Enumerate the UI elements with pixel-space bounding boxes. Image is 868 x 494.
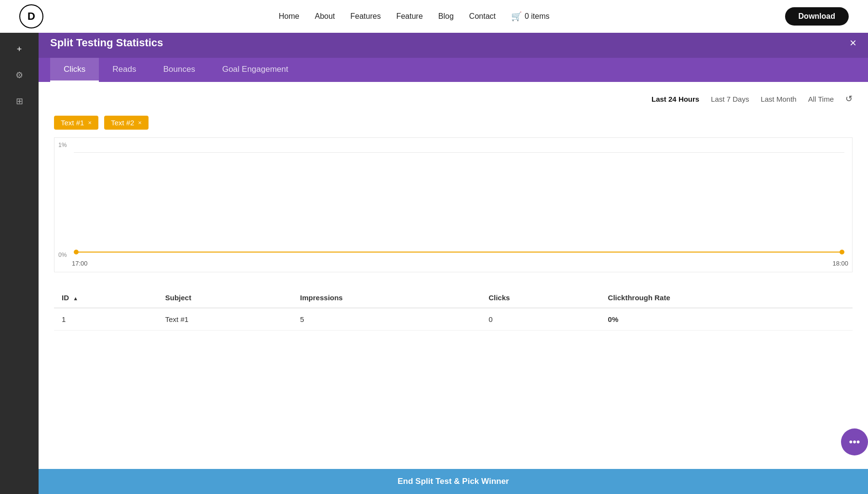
table-row: 1 Text #1 5 0 0% xyxy=(54,308,853,331)
table-header-row: ID ▲ Subject Impressions Clicks Clickthr… xyxy=(54,288,853,308)
filter-last-24h[interactable]: Last 24 Hours xyxy=(651,95,699,103)
tag-text1-close[interactable]: × xyxy=(88,119,92,126)
chart-y-bottom-label: 0% xyxy=(58,252,67,258)
chart-dot-right xyxy=(840,250,844,254)
col-ctr: Clickthrough Rate xyxy=(600,288,853,308)
cell-clicks: 0 xyxy=(481,308,600,331)
navigation-bar: D Home About Features Feature Blog Conta… xyxy=(0,0,868,33)
col-impressions: Impressions xyxy=(292,288,481,308)
grid-icon[interactable]: ⊞ xyxy=(12,92,27,110)
action-bar-text: End Split Test & Pick Winner xyxy=(398,477,509,486)
tag-text1-label: Text #1 xyxy=(61,119,84,127)
left-sidebar: + ⚙ ⊞ xyxy=(0,33,39,494)
gear-icon[interactable]: ⚙ xyxy=(12,66,27,84)
cell-subject: Text #1 xyxy=(158,308,293,331)
panel-close-button[interactable]: × xyxy=(850,37,856,49)
cell-impressions: 5 xyxy=(292,308,481,331)
tag-text1: Text #1 × xyxy=(54,116,98,130)
chart-dot-left xyxy=(74,250,79,254)
chart-x-right-label: 18:00 xyxy=(832,260,848,267)
filter-last-month[interactable]: Last Month xyxy=(760,95,796,103)
chart-grid-top xyxy=(74,152,844,153)
content-area: Last 24 Hours Last 7 Days Last Month All… xyxy=(39,82,868,494)
chat-bubble[interactable]: ••• xyxy=(841,428,868,455)
logo: D xyxy=(19,4,43,28)
tag-text2-close[interactable]: × xyxy=(138,119,142,126)
chat-icon: ••• xyxy=(849,436,860,448)
cell-ctr: 0% xyxy=(600,308,853,331)
chart-x-left-label: 17:00 xyxy=(72,260,88,267)
nav-features[interactable]: Features xyxy=(351,12,381,21)
cart-items: 0 items xyxy=(525,12,550,21)
nav-feature[interactable]: Feature xyxy=(396,12,423,21)
nav-home[interactable]: Home xyxy=(279,12,299,21)
nav-contact[interactable]: Contact xyxy=(469,12,496,21)
reset-filter-icon[interactable]: ↺ xyxy=(845,93,853,104)
nav-cart[interactable]: 🛒 0 items xyxy=(511,11,550,22)
download-button[interactable]: Download xyxy=(785,7,849,26)
cell-id: 1 xyxy=(54,308,158,331)
tag-area: Text #1 × Text #2 × xyxy=(54,116,853,130)
col-clicks: Clicks xyxy=(481,288,600,308)
nav-links: Home About Features Feature Blog Contact… xyxy=(279,11,550,22)
tab-reads[interactable]: Reads xyxy=(99,58,149,82)
chart-line xyxy=(74,252,844,253)
tab-bounces[interactable]: Bounces xyxy=(149,58,208,82)
filter-all-time[interactable]: All Time xyxy=(808,95,834,103)
tab-goal-engagement[interactable]: Goal Engagement xyxy=(209,58,302,82)
tab-clicks[interactable]: Clicks xyxy=(50,58,99,82)
chart-y-top-label: 1% xyxy=(58,142,67,148)
time-filters: Last 24 Hours Last 7 Days Last Month All… xyxy=(54,93,853,104)
chart-container: 1% 0% 17:00 18:00 xyxy=(54,137,853,272)
col-subject: Subject xyxy=(158,288,293,308)
col-id[interactable]: ID ▲ xyxy=(54,288,158,308)
cart-icon: 🛒 xyxy=(511,11,522,22)
plus-icon[interactable]: + xyxy=(13,40,26,58)
tag-text2: Text #2 × xyxy=(104,116,149,130)
nav-about[interactable]: About xyxy=(315,12,335,21)
tabs-bar: Clicks Reads Bounces Goal Engagement xyxy=(39,58,868,82)
filter-last-7-days[interactable]: Last 7 Days xyxy=(711,95,749,103)
tag-text2-label: Text #2 xyxy=(111,119,134,127)
data-table: ID ▲ Subject Impressions Clicks Clickthr… xyxy=(54,288,853,331)
stats-panel: Split Testing Statistics × Clicks Reads … xyxy=(39,28,868,494)
nav-blog[interactable]: Blog xyxy=(438,12,454,21)
panel-title: Split Testing Statistics xyxy=(50,37,163,49)
action-bar[interactable]: End Split Test & Pick Winner xyxy=(39,469,868,494)
sort-icon-id: ▲ xyxy=(73,295,78,301)
